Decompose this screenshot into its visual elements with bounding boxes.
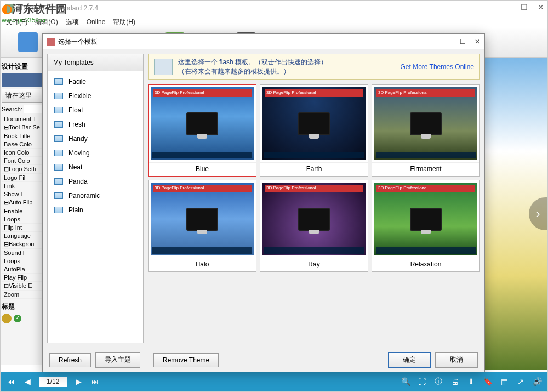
menu-online[interactable]: Online bbox=[87, 18, 106, 26]
thumb-strip bbox=[376, 152, 476, 158]
template-category-label: Facile bbox=[68, 78, 86, 86]
template-category-handy[interactable]: Handy bbox=[48, 132, 143, 146]
print-icon[interactable]: 🖨 bbox=[450, 377, 460, 387]
template-card-firmament[interactable]: 3D PageFlip ProfessionalFirmament bbox=[372, 84, 480, 177]
template-category-label: Fresh bbox=[68, 121, 85, 128]
template-ribbon: 3D PageFlip Professional bbox=[376, 89, 475, 97]
info-icon[interactable]: ⓘ bbox=[433, 377, 443, 387]
dialog-maximize-icon[interactable]: ☐ bbox=[460, 38, 466, 46]
monitor-icon bbox=[298, 208, 330, 231]
sound-icon[interactable]: 🔊 bbox=[532, 377, 542, 387]
template-category-fresh[interactable]: Fresh bbox=[48, 117, 143, 132]
dialog-titlebar: 选择一个模板 — ☐ ✕ bbox=[43, 34, 484, 49]
prev-page-icon[interactable]: ◀ bbox=[22, 377, 32, 387]
template-card-blue[interactable]: 3D PageFlip ProfessionalBlue bbox=[148, 84, 256, 177]
thumb-strip bbox=[376, 247, 476, 254]
fullscreen-icon[interactable]: ⛶ bbox=[417, 377, 427, 387]
menu-help[interactable]: 帮助(H) bbox=[113, 18, 135, 27]
template-card-earth[interactable]: 3D PageFlip ProfessionalEarth bbox=[260, 84, 368, 177]
template-label: Halo bbox=[149, 258, 256, 271]
monitor-icon bbox=[410, 208, 442, 231]
template-category-plain[interactable]: Plain bbox=[48, 203, 143, 217]
thumb-strip bbox=[152, 152, 252, 158]
monitor-icon bbox=[186, 112, 218, 135]
monitor-icon bbox=[410, 112, 442, 135]
check-icon: ✓ bbox=[14, 315, 21, 322]
dialog-close-icon[interactable]: ✕ bbox=[475, 38, 480, 46]
template-category-facile[interactable]: Facile bbox=[48, 75, 143, 89]
refresh-button[interactable]: Refresh bbox=[49, 353, 91, 367]
template-category-moving[interactable]: Moving bbox=[48, 146, 143, 160]
toolbar-button-1[interactable] bbox=[18, 32, 38, 52]
download-icon[interactable]: ⬇ bbox=[466, 377, 476, 387]
maximize-icon[interactable]: ☐ bbox=[521, 3, 528, 12]
template-category-flexible[interactable]: Flexible bbox=[48, 89, 143, 103]
template-thumb: 3D PageFlip Professional bbox=[262, 87, 366, 160]
share-icon[interactable]: ↗ bbox=[516, 377, 526, 387]
template-category-label: Handy bbox=[68, 135, 88, 143]
template-category-neat[interactable]: Neat bbox=[48, 160, 143, 174]
template-thumb: 3D PageFlip Professional bbox=[151, 183, 254, 255]
last-page-icon[interactable]: ⏭ bbox=[90, 377, 100, 387]
app-icon bbox=[5, 4, 14, 13]
db-icon bbox=[2, 314, 12, 323]
template-icon bbox=[54, 164, 63, 171]
dialog-footer: Refresh 导入主题 Remove Theme 确定 取消 bbox=[43, 348, 484, 372]
template-label: Firmament bbox=[372, 162, 480, 176]
banner-thumb-icon bbox=[154, 59, 173, 75]
template-list: FacileFlexibleFloatFreshHandyMovingNeatP… bbox=[48, 71, 143, 343]
menubar: 文件(F) 编辑(O) 选项 Online 帮助(H) bbox=[1, 16, 547, 28]
template-ribbon: 3D PageFlip Professional bbox=[153, 89, 252, 97]
first-page-icon[interactable]: ⏮ bbox=[6, 377, 16, 387]
dialog-title: 选择一个模板 bbox=[58, 37, 98, 47]
remove-theme-button[interactable]: Remove Theme bbox=[153, 353, 219, 367]
template-icon bbox=[54, 178, 63, 185]
thumb-strip bbox=[264, 247, 364, 254]
template-thumb: 3D PageFlip Professional bbox=[262, 183, 366, 255]
page-indicator[interactable]: 1/12 bbox=[39, 377, 67, 387]
template-ribbon: 3D PageFlip Professional bbox=[376, 185, 475, 192]
template-icon bbox=[54, 121, 63, 128]
thumbnails-icon[interactable]: ▦ bbox=[499, 377, 509, 387]
template-icon bbox=[54, 192, 63, 199]
banner-line2: （在将来会有越来越多的模板提供。） bbox=[178, 67, 327, 76]
template-label: Ray bbox=[260, 258, 368, 271]
template-category-panda[interactable]: Panda bbox=[48, 174, 143, 189]
titlebar: 3D PageFlip Standard 2.7.4 — ☐ ✕ bbox=[1, 1, 547, 16]
template-icon bbox=[54, 150, 63, 156]
template-thumb: 3D PageFlip Professional bbox=[374, 87, 477, 160]
bottom-toolbar: ⏮ ◀ 1/12 ▶ ⏭ 🔍 ⛶ ⓘ 🖨 ⬇ 🔖 ▦ ↗ 🔊 bbox=[1, 372, 547, 391]
next-page-arrow[interactable]: › bbox=[529, 197, 547, 230]
template-category-panoramic[interactable]: Panoramic bbox=[48, 189, 143, 203]
template-category-label: Float bbox=[68, 106, 83, 114]
menu-file[interactable]: 文件(F) bbox=[6, 18, 27, 27]
bookmark-icon[interactable]: 🔖 bbox=[483, 377, 493, 387]
template-icon bbox=[54, 78, 63, 85]
template-grid: 3D PageFlip ProfessionalBlue3D PageFlip … bbox=[148, 84, 480, 343]
template-icon bbox=[54, 107, 63, 113]
next-page-icon[interactable]: ▶ bbox=[73, 377, 83, 387]
template-ribbon: 3D PageFlip Professional bbox=[265, 185, 363, 192]
cancel-button[interactable]: 取消 bbox=[435, 352, 478, 368]
template-category-label: Neat bbox=[68, 163, 82, 171]
search-label: Search: bbox=[2, 106, 22, 112]
template-category-label: Panda bbox=[68, 178, 88, 185]
template-icon bbox=[54, 135, 63, 142]
minimize-icon[interactable]: — bbox=[503, 3, 511, 12]
import-theme-button[interactable]: 导入主题 bbox=[95, 352, 140, 368]
menu-edit[interactable]: 编辑(O) bbox=[35, 18, 58, 27]
info-banner: 这里选择一个 flash 模板。（双击作出快速的选择） （在将来会有越来越多的模… bbox=[148, 54, 480, 80]
menu-options[interactable]: 选项 bbox=[66, 18, 79, 27]
template-category-float[interactable]: Float bbox=[48, 103, 143, 117]
template-card-relaxation[interactable]: 3D PageFlip ProfessionalRelaxation bbox=[372, 180, 480, 272]
template-card-halo[interactable]: 3D PageFlip ProfessionalHalo bbox=[148, 180, 256, 272]
template-card-ray[interactable]: 3D PageFlip ProfessionalRay bbox=[260, 180, 368, 272]
template-dialog: 选择一个模板 — ☐ ✕ My Templates FacileFlexible… bbox=[42, 33, 485, 372]
ok-button[interactable]: 确定 bbox=[388, 352, 431, 368]
banner-line1: 这里选择一个 flash 模板。（双击作出快速的选择） bbox=[178, 58, 327, 67]
dialog-minimize-icon[interactable]: — bbox=[444, 38, 451, 46]
get-more-themes-link[interactable]: Get More Themes Online bbox=[400, 63, 474, 71]
template-label: Earth bbox=[260, 162, 368, 176]
close-icon[interactable]: ✕ bbox=[538, 3, 544, 12]
zoom-icon[interactable]: 🔍 bbox=[401, 377, 410, 387]
